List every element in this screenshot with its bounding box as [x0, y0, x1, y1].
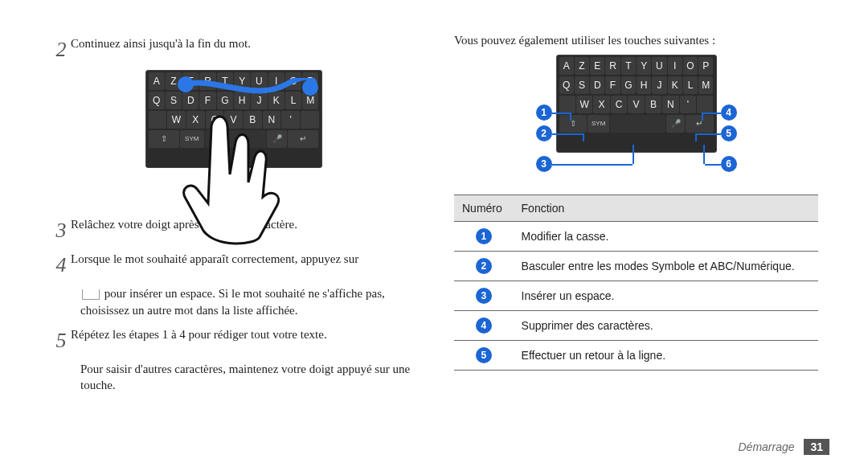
keyboard-key: R: [605, 57, 620, 75]
page-footer: Démarrage 31: [739, 440, 830, 453]
figure-swipe-keyboard: AZERTYUIOP QSDFGHJKLM WXCVBN' ⇧ SYM 🎤 ↵: [145, 70, 322, 207]
keyboard-key: W: [576, 96, 592, 113]
keyboard-key: L: [683, 76, 698, 94]
callout-1: 1: [536, 104, 552, 121]
table-row: 2Basculer entre les modes Symbole et ABC…: [454, 252, 818, 281]
table-cell-fonction: Insérer un espace.: [514, 281, 818, 311]
keyboard-key: B: [645, 96, 661, 113]
table-cell-numero: 4: [454, 311, 514, 341]
keyboard-key: F: [605, 76, 620, 94]
enter-key: ↵: [686, 115, 713, 133]
callout-badge: 1: [476, 228, 492, 244]
table-cell-numero: 5: [454, 341, 514, 371]
table-cell-fonction: Basculer entre les modes Symbole et ABC/…: [514, 252, 818, 281]
keyboard-key: E: [182, 72, 199, 90]
keyboard-key: T: [217, 72, 233, 90]
step-number: 3: [51, 216, 71, 244]
functions-table: Numéro Fonction 1Modifier la casse.2Basc…: [454, 195, 818, 371]
keyboard-key: T: [621, 57, 636, 75]
callout-2: 2: [536, 125, 552, 141]
step-text: Répétez les étapes 1 à 4 pour rédiger to…: [71, 326, 416, 342]
keyboard-key: Q: [559, 76, 574, 94]
hand-illustration: [170, 102, 298, 247]
table-cell-fonction: Supprimer des caractères.: [514, 311, 818, 341]
keyboard-key: X: [593, 96, 609, 113]
keyboard-key: [301, 111, 319, 129]
keyboard-key: A: [149, 72, 165, 90]
callout-4: 4: [721, 104, 737, 121]
keyboard-key: P: [302, 72, 318, 90]
step-2: 2 Continuez ainsi jusqu'à la fin du mot.: [51, 35, 416, 63]
keyboard-key: S: [575, 76, 589, 94]
keyboard-key: V: [628, 96, 644, 113]
page-number: 31: [804, 439, 829, 455]
table-cell-numero: 3: [454, 281, 514, 311]
table-header-fonction: Fonction: [514, 195, 818, 222]
callout-badge: 5: [476, 347, 492, 363]
keyboard-key: Y: [234, 72, 250, 90]
table-row: 5Effectuer un retour à la ligne.: [454, 341, 818, 371]
keyboard-key: Q: [149, 92, 165, 109]
keyboard-key: Z: [575, 57, 589, 75]
table-cell-fonction: Modifier la casse.: [514, 222, 818, 252]
keyboard-graphic: AZERTYUIOP QSDFGHJKLM WXCVBN' ⇧ SYM 🎤 ↵: [556, 55, 717, 153]
table-cell-fonction: Effectuer un retour à la ligne.: [514, 341, 818, 371]
keyboard-key: O: [285, 72, 301, 90]
step-number: 2: [51, 35, 71, 63]
callout-badge: 4: [476, 317, 492, 334]
step-number: 4: [51, 251, 71, 279]
table-row: 4Supprimer des caractères.: [454, 311, 818, 341]
callout-badge: 3: [476, 288, 492, 304]
callout-6: 6: [721, 156, 737, 172]
space-icon: [82, 289, 100, 300]
table-cell-numero: 1: [454, 222, 514, 252]
keyboard-key: Y: [637, 57, 651, 75]
space-key: [610, 115, 665, 133]
shift-key: ⇧: [559, 115, 587, 133]
keyboard-key: H: [637, 76, 651, 94]
keyboard-key: M: [698, 76, 713, 94]
keyboard-key: U: [652, 57, 666, 75]
keyboard-key: I: [668, 57, 682, 75]
mic-key: 🎤: [666, 115, 685, 133]
keyboard-key: R: [199, 72, 215, 90]
callout-3: 3: [536, 156, 552, 172]
figure-keyboard-callouts: AZERTYUIOP QSDFGHJKLM WXCVBN' ⇧ SYM 🎤 ↵ …: [536, 55, 737, 183]
keyboard-key: E: [590, 57, 604, 75]
keyboard-key: G: [621, 76, 636, 94]
table-row: 1Modifier la casse.: [454, 222, 818, 252]
keyboard-key: [149, 111, 167, 129]
step-text: Continuez ainsi jusqu'à la fin du mot.: [71, 35, 416, 51]
keyboard-key: O: [683, 57, 698, 75]
keyboard-key: D: [590, 76, 604, 94]
keyboard-key: Z: [166, 72, 182, 90]
step-5: 5 Répétez les étapes 1 à 4 pour rédiger …: [51, 326, 416, 354]
table-row: 3Insérer un espace.: [454, 281, 818, 311]
keyboard-key: P: [698, 57, 713, 75]
step-number: 5: [51, 326, 71, 354]
keyboard-key: [559, 96, 575, 113]
keyboard-key: C: [611, 96, 627, 113]
sym-key: SYM: [588, 115, 610, 133]
keyboard-key: J: [652, 76, 666, 94]
keyboard-key: I: [268, 72, 285, 90]
table-header-numero: Numéro: [454, 195, 514, 222]
callout-badge: 2: [476, 258, 492, 274]
step-4-continuation: pour insérer un espace. Si le mot souhai…: [80, 285, 416, 318]
chapter-name: Démarrage: [739, 440, 795, 453]
keyboard-key: M: [302, 92, 318, 109]
step-5-continuation: Pour saisir d'autres caractères, mainten…: [80, 361, 416, 394]
keyboard-key: U: [251, 72, 267, 90]
keyboard-key: K: [668, 76, 682, 94]
keyboard-key: N: [662, 96, 678, 113]
intro-text: Vous pouvez également utiliser les touch…: [454, 32, 818, 48]
step-4: 4 Lorsque le mot souhaité apparaît corre…: [51, 251, 416, 279]
keyboard-key: A: [559, 57, 574, 75]
table-cell-numero: 2: [454, 252, 514, 281]
callout-5: 5: [721, 125, 737, 141]
step-text: Lorsque le mot souhaité apparaît correct…: [71, 251, 416, 267]
keyboard-key: ': [680, 96, 696, 113]
keyboard-key: [697, 96, 713, 113]
